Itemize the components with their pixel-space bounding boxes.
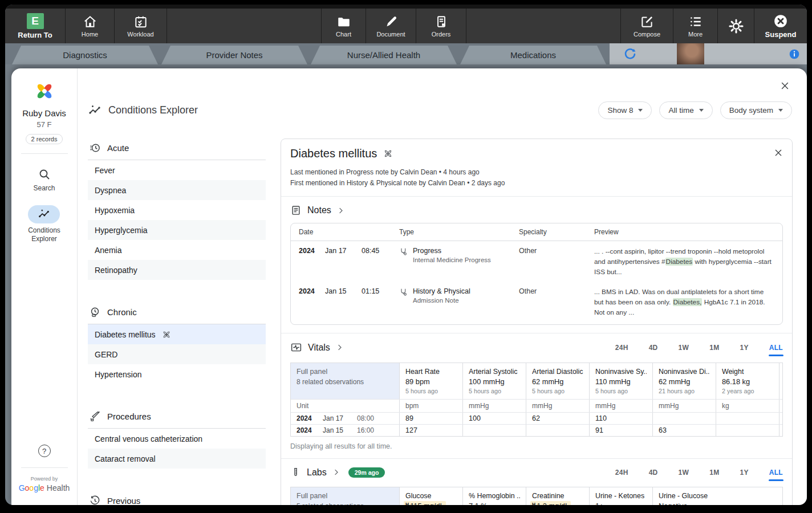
range-all[interactable]: ALL	[769, 344, 783, 352]
condition-item-hypoxemia[interactable]: Hypoxemia	[88, 200, 266, 220]
tab-diagnostics[interactable]: Diagnostics	[12, 46, 158, 64]
chevron-down-icon	[638, 109, 643, 112]
vital-metric[interactable]: Noninvasive Di...62 mmHg21 hours ago	[652, 363, 716, 399]
labs-title: Labs	[307, 467, 327, 478]
toolbar-spacer	[167, 9, 322, 43]
first-mentioned: First mentioned in History & Physical no…	[290, 178, 783, 189]
notes-doc-icon	[290, 205, 302, 216]
chart-tab-strip: Diagnostics Provider Notes Nurse/Allied …	[5, 43, 807, 64]
vital-metric[interactable]: Arterial Systolic100 mmHg5 hours ago	[462, 363, 526, 399]
return-to-button[interactable]: E Return To	[5, 9, 66, 43]
records-badge[interactable]: 2 records	[26, 134, 63, 144]
sidebar-item-conditions-explorer[interactable]: ConditionsExplorer	[28, 205, 60, 243]
settings-button[interactable]	[718, 9, 754, 43]
lab-metric[interactable]: CreatinineH1.3 mg/dL29 mins ago	[526, 487, 589, 505]
orders-button[interactable]: Orders	[416, 9, 466, 43]
full-panel-cell[interactable]: Full panel 5 related observations	[291, 487, 399, 505]
info-icon[interactable]	[789, 48, 800, 60]
vitals-data-row[interactable]: 2024Jan 1708:00 89 100 62 110	[291, 412, 782, 424]
range-1m[interactable]: 1M	[709, 344, 719, 352]
show-filter-dropdown[interactable]: Show 8	[598, 101, 652, 119]
suspend-label: Suspend	[765, 30, 797, 39]
lab-metric[interactable]: % Hemoglobin ...7.1 %5 months ago	[462, 487, 526, 505]
document-pencil-icon	[384, 14, 399, 29]
document-button[interactable]: Document	[366, 9, 416, 43]
range-1y[interactable]: 1Y	[740, 469, 748, 477]
gear-icon	[728, 18, 744, 34]
time-filter-dropdown[interactable]: All time	[659, 101, 712, 119]
acute-section-header: Acute	[88, 139, 266, 160]
body-system-filter-dropdown[interactable]: Body system	[720, 101, 792, 119]
lab-metric[interactable]: Urine - Ketones1+46 hours ago	[589, 487, 652, 505]
vitals-expand-chevron[interactable]	[335, 343, 344, 352]
vital-metric[interactable]: Weight86.18 kg2 years ago	[716, 363, 779, 399]
section-divider	[281, 333, 792, 333]
vitals-summary-row: Full panel 8 related observations Heart …	[291, 363, 782, 399]
range-24h[interactable]: 24H	[615, 469, 628, 477]
chronic-section: Chronic Diabetes mellitus GERD Hypertens…	[88, 303, 266, 384]
notes-table-header: Date Type Specialty Preview	[291, 223, 782, 241]
home-label: Home	[82, 31, 98, 38]
note-row[interactable]: 2024 Jan 15 01:15 History & Physical Adm…	[291, 282, 782, 324]
google-health-sidebar: Ruby Davis 57 F 2 records Search Conditi…	[11, 68, 78, 505]
compose-icon	[640, 14, 655, 29]
stethoscope-icon	[399, 287, 408, 317]
range-1m[interactable]: 1M	[709, 469, 719, 477]
labs-recency-badge: 29m ago	[348, 467, 385, 478]
section-divider	[281, 196, 792, 197]
suspend-icon	[773, 14, 788, 28]
condition-item-hyperglycemia[interactable]: Hyperglycemia	[88, 220, 266, 240]
lab-metric[interactable]: Urine - GlucoseNegative46 hours ago	[652, 487, 716, 505]
vital-metric[interactable]: Noninvasive Sy...110 mmHg5 hours ago	[589, 363, 652, 399]
suspend-button[interactable]: Suspend	[754, 9, 807, 43]
lab-metric[interactable]: GlucoseH115 mg/dL29 mins ago	[399, 487, 462, 505]
tab-nurse-allied-health[interactable]: Nurse/Allied Health	[311, 46, 457, 64]
powered-by-label: Powered by	[31, 476, 58, 482]
conditions-explorer-modal: Ruby Davis 57 F 2 records Search Conditi…	[11, 68, 807, 505]
range-4d[interactable]: 4D	[649, 469, 658, 477]
labs-range-tabs: 24H 4D 1W 1M 1Y ALL	[615, 469, 783, 477]
sidebar-item-search[interactable]: Search	[33, 168, 55, 193]
procedure-item-central-venous-catheterization[interactable]: Central venous catheterization	[88, 429, 266, 449]
range-1w[interactable]: 1W	[679, 469, 689, 477]
user-avatar[interactable]	[677, 43, 704, 64]
range-24h[interactable]: 24H	[615, 344, 628, 352]
condition-item-gerd[interactable]: GERD	[88, 344, 266, 364]
notes-expand-chevron[interactable]	[336, 206, 345, 215]
full-panel-cell[interactable]: Full panel 8 related observations	[291, 363, 399, 399]
tab-provider-notes[interactable]: Provider Notes	[161, 46, 307, 64]
acute-section: Acute Fever Dyspnea Hypoxemia Hyperglyce…	[88, 139, 266, 280]
condition-item-diabetes-mellitus[interactable]: Diabetes mellitus	[88, 324, 266, 344]
previous-section: Previous	[88, 491, 266, 505]
vital-metric[interactable]: Heart Rate89 bpm5 hours ago	[399, 363, 462, 399]
range-1y[interactable]: 1Y	[740, 344, 748, 352]
refresh-icon[interactable]	[623, 47, 637, 61]
vitals-data-row[interactable]: 2024Jan 1516:00 127 91 63	[291, 424, 782, 436]
range-1w[interactable]: 1W	[679, 344, 689, 352]
labs-expand-chevron[interactable]	[332, 468, 340, 477]
range-all[interactable]: ALL	[769, 469, 783, 477]
range-4d[interactable]: 4D	[649, 344, 658, 352]
condition-item-hypertension[interactable]: Hypertension	[88, 364, 266, 384]
home-button[interactable]: Home	[66, 9, 115, 43]
condition-item-dyspnea[interactable]: Dyspnea	[88, 180, 266, 200]
condition-item-fever[interactable]: Fever	[88, 160, 266, 180]
chronic-icon	[89, 306, 101, 318]
more-button[interactable]: More	[673, 9, 718, 43]
google-health-logo	[34, 81, 55, 101]
vital-metric[interactable]: Arterial Diastolic62 mmHg5 hours ago	[526, 363, 589, 399]
note-row[interactable]: 2024 Jan 17 08:45 Progress Internal Medi…	[291, 241, 782, 282]
condition-item-retinopathy[interactable]: Retinopathy	[88, 260, 266, 280]
ehr-toolbar: E Return To Home Workload Chart Document…	[5, 5, 807, 43]
tab-medications[interactable]: Medications	[460, 46, 606, 64]
compose-button[interactable]: Compose	[621, 9, 673, 43]
detail-close-button[interactable]	[774, 148, 783, 157]
chronic-section-header: Chronic	[88, 303, 266, 324]
modal-close-button[interactable]	[780, 81, 790, 91]
workload-button[interactable]: Workload	[115, 9, 167, 43]
chart-button[interactable]: Chart	[322, 9, 366, 43]
help-button[interactable]: ?	[38, 445, 51, 457]
condition-item-anemia[interactable]: Anemia	[88, 240, 266, 260]
vitals-table: Full panel 8 related observations Heart …	[290, 363, 783, 437]
procedure-item-cataract-removal[interactable]: Cataract removal	[88, 449, 266, 469]
